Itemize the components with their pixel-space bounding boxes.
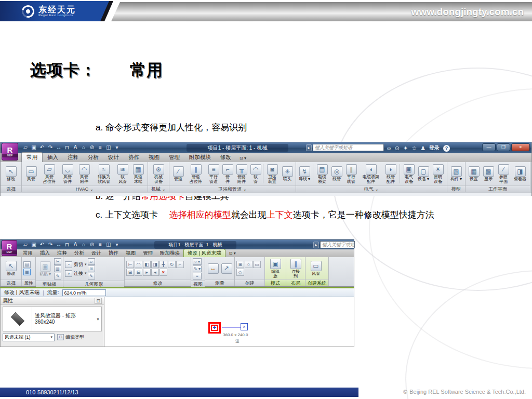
ribbon-tab[interactable]: 附加模块 (156, 249, 183, 257)
ribbon-tab[interactable]: 分析 (71, 249, 88, 257)
close-button[interactable]: × (511, 143, 530, 151)
show-work-plane-button[interactable]: ▩显示 (482, 166, 495, 182)
flex-pipe-button[interactable]: ◠软 管 (250, 164, 261, 184)
default-3d-view-icon[interactable]: ⌂ (81, 144, 87, 151)
panel-label[interactable]: 模式 (265, 280, 286, 286)
pipe-placeholder-button[interactable]: ∥管道 占位符 (187, 164, 205, 184)
panel-label[interactable]: 布局 (286, 280, 305, 286)
redo-icon[interactable]: ↷ (47, 242, 54, 248)
mirror-pick-axis-icon[interactable]: ◧ (143, 261, 151, 268)
device-button[interactable]: ▢设备 ▾ (417, 166, 430, 182)
text-icon[interactable]: A (72, 144, 78, 151)
flex-duct-button[interactable]: ≋软 风管 (116, 164, 129, 184)
edit-family-button[interactable]: ▣编辑 族 (267, 258, 284, 278)
panel-label[interactable]: 工作平面 (466, 185, 530, 192)
ribbon-tab[interactable]: 协作 (124, 153, 144, 162)
trim-extend-icon[interactable]: ⌐ (176, 261, 184, 268)
search-input[interactable]: 键入关键字或短语 (313, 144, 384, 151)
conduit-fitting-button[interactable]: ◗线管 配件 (383, 164, 398, 184)
cable-tray-fitting-button[interactable]: ◖电缆桥架 配件 (360, 164, 382, 184)
ribbon-tab[interactable]: 修改 (216, 153, 236, 162)
duct-fitting-button[interactable]: ◡风管 管件 (60, 164, 75, 184)
parallel-pipes-button[interactable]: ≡平行 管道 (206, 164, 221, 184)
panel-label[interactable]: 测量 (205, 280, 234, 286)
section-icon[interactable]: ⊘ (89, 242, 95, 248)
restore-button[interactable]: ❐ (497, 143, 510, 151)
pipe-fitting-button[interactable]: ⌐管 件 (222, 164, 233, 184)
split-element-icon[interactable]: ▸ (143, 269, 151, 276)
create-assembly-icon[interactable]: ▭ (253, 261, 261, 268)
air-terminal-button[interactable]: ▦风道 末端 (130, 164, 146, 184)
reference-plane-button[interactable]: ∕参照 平面 (496, 164, 511, 184)
properties-window-icon[interactable]: ⊡ (95, 298, 102, 304)
undo-icon[interactable]: ↶ (39, 242, 45, 248)
override-graphics-icon[interactable]: ✎ ▾ (193, 265, 202, 272)
create-group-icon[interactable]: ⊞ (236, 261, 244, 268)
section-icon[interactable]: ⊘ (89, 144, 95, 151)
ribbon-tab[interactable]: 常用 (19, 249, 36, 257)
ribbon-tab[interactable]: 插入 (36, 249, 54, 257)
type-selector[interactable]: 送风散流器 - 矩形 360x240 ▾ (3, 307, 102, 331)
ribbon-tab[interactable]: 管理 (164, 153, 184, 162)
app-menu-button[interactable]: RMEP (2, 240, 17, 256)
thin-lines-icon[interactable]: ≡ (97, 242, 103, 248)
signin-label[interactable]: 登录 (429, 144, 440, 152)
rotate-icon[interactable]: ↻ (168, 261, 176, 268)
open-icon[interactable]: ▱ (22, 242, 29, 248)
subscription-icon[interactable]: ⊙ (395, 145, 400, 152)
lighting-fixture-button[interactable]: ☀照明 设备 (431, 164, 445, 184)
search-box[interactable]: ▸键入关键字或短语 (306, 144, 384, 151)
ribbon-tab[interactable]: 协作 (105, 249, 122, 257)
pipe-button[interactable]: ∕管道 (171, 166, 185, 182)
conduit-button[interactable]: ◎线管 (330, 166, 343, 182)
duct-button[interactable]: ▭风管 (23, 166, 39, 182)
array-icon[interactable]: ⊞ (126, 269, 134, 276)
measure-between-button[interactable]: ↔ (207, 263, 219, 274)
connect-into-button[interactable]: ∥连接 到 (288, 258, 303, 278)
communication-icon[interactable]: ✦ (403, 145, 408, 152)
split-face-icon[interactable]: ✎ (88, 273, 95, 280)
app-menu-button[interactable]: RMEP (2, 143, 18, 161)
panel-label[interactable]: 修改 (125, 280, 191, 286)
search-binoculars-icon[interactable]: ∞ (387, 145, 391, 152)
cut-geometry-button[interactable]: ◔剪切▾ (65, 261, 87, 268)
cable-tray-button[interactable]: ▤电缆 桥架 (315, 164, 329, 184)
linework-icon[interactable]: ≡ (193, 273, 202, 280)
redo-icon[interactable]: ↷ (47, 144, 54, 151)
match-type-icon[interactable]: ✎ (54, 273, 61, 280)
dimension-button[interactable]: ↗ (220, 263, 233, 274)
electrical-equipment-button[interactable]: ▣电气 设备 (402, 164, 416, 184)
minimize-button[interactable]: — (482, 143, 496, 151)
mechanical-equipment-button[interactable]: ⊛机械 设备 (150, 164, 167, 184)
create-parts-icon[interactable]: ◇ (236, 269, 244, 276)
wire-button[interactable]: ↯导线 ▾ (298, 166, 311, 182)
join-geometry-button[interactable]: ◑连接▾ (65, 270, 87, 277)
panel-label[interactable]: 几何图形 (63, 281, 124, 287)
search-input[interactable]: 键入关键字或短语 (320, 241, 355, 248)
save-icon[interactable]: ▣ (31, 144, 37, 151)
convert-to-flex-duct-button[interactable]: ≈转换为 软风管 (93, 164, 115, 184)
modify-cursor-button[interactable]: ↖修改 (2, 166, 20, 182)
ribbon-tab[interactable]: 常用 (21, 152, 43, 162)
panel-label[interactable]: 视图 (191, 281, 205, 287)
flow-input[interactable]: 624.0 m³/h (62, 289, 106, 296)
aligned-dimension-icon[interactable]: ⊓ (64, 144, 70, 151)
edit-type-button[interactable]: ⊟ 编辑类型 (57, 334, 84, 341)
panel-label[interactable]: 选择 (1, 185, 21, 192)
qat-more-icon[interactable]: ▾ (114, 144, 120, 151)
default-3d-view-icon[interactable]: ⌂ (81, 242, 87, 248)
panel-label[interactable]: 选择 (1, 280, 21, 286)
hide-in-view-icon[interactable]: ○ ▾ (193, 258, 202, 265)
selected-diffuser[interactable]: ✚ (208, 322, 221, 334)
open-icon[interactable]: ▱ (22, 144, 29, 151)
copy-to-clipboard-icon[interactable]: ▥ (54, 265, 61, 272)
properties-icon[interactable]: ▤ (23, 261, 31, 268)
panel-label[interactable]: HVAC ⌄ (22, 185, 148, 192)
ribbon-tab[interactable]: 附加模块 (184, 153, 216, 162)
aligned-dimension-icon[interactable]: ⊓ (64, 242, 70, 248)
ribbon-tab[interactable]: 设计 (88, 249, 105, 257)
switch-windows-icon[interactable]: ◫ (105, 144, 112, 151)
plumbing-fixture-button[interactable]: ◙卫浴 装置 (265, 164, 280, 184)
duct-placeholder-button[interactable]: ▱风管 占位符 (40, 164, 59, 184)
panel-label[interactable]: 剪贴板 (36, 281, 63, 287)
